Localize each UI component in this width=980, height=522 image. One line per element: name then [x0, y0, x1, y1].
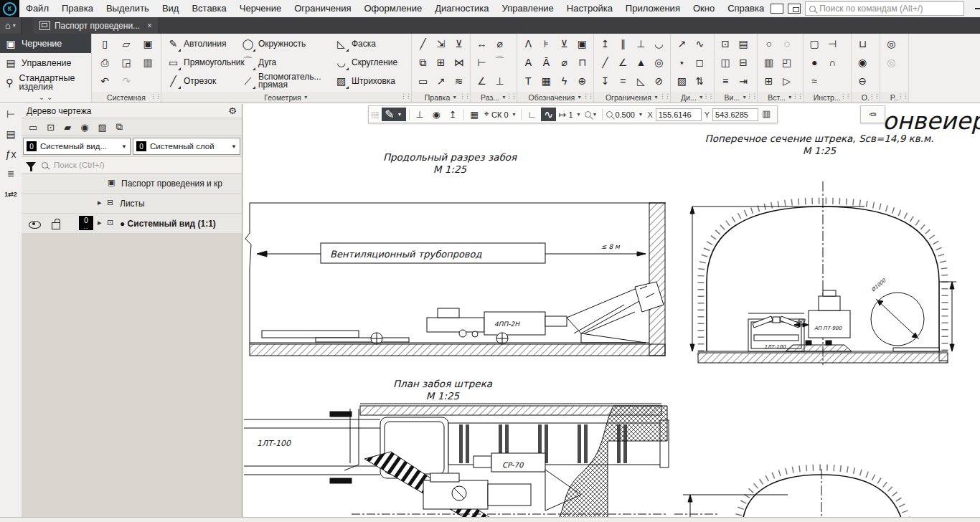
home-tab-button[interactable]: ⌂ ▾	[0, 17, 22, 34]
eyedropper-button[interactable]: ✎	[865, 108, 880, 121]
spec-check-icon[interactable]: ◎	[883, 36, 900, 52]
circle-button[interactable]: ◯Окружность	[238, 35, 308, 53]
layer-list-icon[interactable]: ≡	[717, 73, 734, 90]
text-below-icon[interactable]: Ā	[538, 54, 555, 71]
measure-curve-icon[interactable]: ∿	[692, 36, 708, 52]
text-leader-icon[interactable]: A	[520, 54, 537, 71]
menu-item[interactable]: Оформление	[358, 0, 429, 17]
ortho-button[interactable]: ∟	[524, 108, 540, 121]
funnel-tool-icon[interactable]: ⊖	[854, 73, 871, 90]
section-grip-icon[interactable]: ⋮⋮	[869, 92, 879, 100]
leader-icon[interactable]: ⊧	[538, 36, 555, 52]
section-grip-icon[interactable]: ⋮⋮	[150, 92, 160, 100]
minimize-button[interactable]	[969, 1, 980, 16]
measure-distance-icon[interactable]: ↗	[674, 36, 690, 52]
section-grip-icon[interactable]: ⋮⋮	[400, 92, 410, 100]
chevron-down-icon[interactable]: ▼	[452, 95, 457, 100]
current-layer-select[interactable]: 0 Системный слой ▼	[133, 138, 240, 155]
zoom-area-button[interactable]: ▼	[584, 108, 599, 121]
insert-table-icon[interactable]: ⊞	[760, 73, 777, 90]
view-layout-icon[interactable]: ◫	[717, 54, 734, 71]
document-tab[interactable]: Паспорт проведени... ×	[33, 17, 159, 34]
copy-icon[interactable]: ⧉	[415, 54, 431, 71]
sidebar-item-drawing[interactable]: ▣Черчение	[0, 34, 91, 53]
section-grip-icon[interactable]: ⋮⋮	[746, 92, 756, 100]
copy-view-icon[interactable]: ⧉	[116, 121, 123, 133]
shift-view-icon[interactable]: ⇥	[735, 73, 752, 90]
menu-item[interactable]: Управление	[496, 0, 560, 17]
diameter-dimension-icon[interactable]: ⌀	[491, 36, 508, 52]
menu-item[interactable]: Настройка	[560, 0, 619, 17]
table-icon[interactable]: ▦	[538, 73, 555, 90]
redo-icon[interactable]: ↷	[118, 73, 135, 90]
parallel-icon[interactable]: ∥	[615, 36, 631, 52]
fillet-button[interactable]: ◡Скругление	[331, 54, 400, 72]
compare-icon[interactable]: ⇅	[692, 73, 708, 90]
current-view-select[interactable]: 0 Системный вид... ▼	[23, 138, 131, 155]
print-icon[interactable]: ⎙	[97, 54, 113, 71]
insert-fragment-icon[interactable]: ○	[760, 36, 777, 52]
menu-item[interactable]: Приложения	[619, 0, 687, 17]
spec-search-icon[interactable]: ◎	[883, 54, 900, 71]
chevron-down-icon[interactable]: ▼	[303, 95, 308, 100]
visibility-eye-icon[interactable]	[29, 221, 41, 229]
insert-picture-icon[interactable]: ▨	[98, 122, 107, 133]
baseline-dimension-icon[interactable]: ⊥	[491, 73, 508, 90]
check-document-icon[interactable]: ⋆	[674, 54, 690, 71]
expand-arrow-icon[interactable]: ▸	[98, 198, 102, 207]
insert-marker-icon[interactable]: ▷	[778, 73, 795, 90]
y-coordinate-input[interactable]: 543.6285	[712, 108, 758, 121]
coordinate-system-select[interactable]: ⌖ СК 0 ▼	[484, 108, 518, 121]
hatch-check-icon[interactable]: ▨	[674, 73, 690, 90]
datum-icon[interactable]: ⊻	[556, 36, 573, 52]
command-search-input[interactable]: Поиск по командам (Alt+/)	[805, 1, 964, 16]
tangent-icon[interactable]: ◡	[651, 36, 667, 52]
menu-item[interactable]: Справка	[721, 0, 771, 17]
tree-panel-button[interactable]: ⊢	[3, 108, 19, 120]
auto-dimension-icon[interactable]: ↔	[473, 36, 490, 52]
open-document-icon[interactable]: ▱	[118, 36, 135, 52]
menu-item[interactable]: Вставка	[185, 0, 232, 17]
menu-item[interactable]: Выделить	[100, 0, 156, 17]
wave-tool-icon[interactable]: ≈	[806, 73, 823, 90]
axis-tool-icon[interactable]: ⊣	[824, 36, 841, 52]
undo-icon[interactable]: ↶	[97, 73, 113, 90]
tree-item-system-view[interactable]: 0 ▸ ⊡ ● Системный вид (1:1)	[22, 214, 242, 234]
filter-icon[interactable]	[26, 162, 36, 169]
horizontal-icon[interactable]: ◺	[633, 73, 649, 90]
perpendicular-icon[interactable]: ⊥	[633, 36, 649, 52]
deform-icon[interactable]: ≋	[451, 73, 467, 90]
contour-tool-icon[interactable]: ▢	[806, 36, 823, 52]
mirror-icon[interactable]: ⋈	[451, 54, 467, 71]
section-grip-icon[interactable]: ⋮⋮	[792, 92, 802, 100]
linear-dimension-icon[interactable]: ⊢	[473, 54, 490, 71]
section-grip-icon[interactable]: ⋮⋮	[703, 92, 713, 100]
menu-item[interactable]: Черчение	[233, 0, 288, 17]
sidebar-item-standard-parts[interactable]: ⚲Стандартные изделия	[0, 72, 91, 92]
section-grip-icon[interactable]: ⋮⋮	[583, 92, 593, 100]
step-select[interactable]: ↦ 1 ▼	[557, 108, 583, 121]
angle-constraint-icon[interactable]: ∠	[615, 54, 631, 71]
section-grip-icon[interactable]: ⋮⋮	[897, 92, 908, 100]
section-grip-icon[interactable]: ⋮⋮	[506, 92, 516, 100]
disable-constraint-icon[interactable]: ⊘	[651, 73, 667, 90]
spline-tool-icon[interactable]: ∩	[824, 54, 841, 71]
symmetry-icon[interactable]: ▲	[633, 54, 649, 71]
slot-tool-icon[interactable]: ⊔	[854, 36, 871, 52]
save-as-icon[interactable]: ▥	[140, 54, 156, 71]
rectangle-button[interactable]: ▭Прямоугольник	[164, 54, 248, 72]
cut-line-icon[interactable]: ϟ	[556, 73, 573, 90]
angle-dimension-icon[interactable]: ∠	[473, 73, 490, 90]
app-logo[interactable]: К	[0, 0, 19, 17]
arc-dimension-icon[interactable]: ⌒	[491, 54, 508, 71]
unlock-icon[interactable]	[52, 222, 60, 229]
view-label-icon[interactable]: ▣	[574, 36, 590, 52]
hatch-button[interactable]: ▨Штриховка	[331, 72, 398, 90]
section-mark-icon[interactable]: ⊓	[574, 54, 590, 71]
close-tab-icon[interactable]: ×	[147, 21, 152, 31]
gear-icon[interactable]: ⚙	[228, 105, 237, 116]
x-coordinate-input[interactable]: 155.6146	[656, 108, 702, 121]
point-on-curve-icon[interactable]: ↧	[597, 73, 613, 90]
new-sheet-icon[interactable]: ▭	[29, 122, 37, 133]
turn-tool-icon[interactable]: ◉	[854, 54, 871, 71]
